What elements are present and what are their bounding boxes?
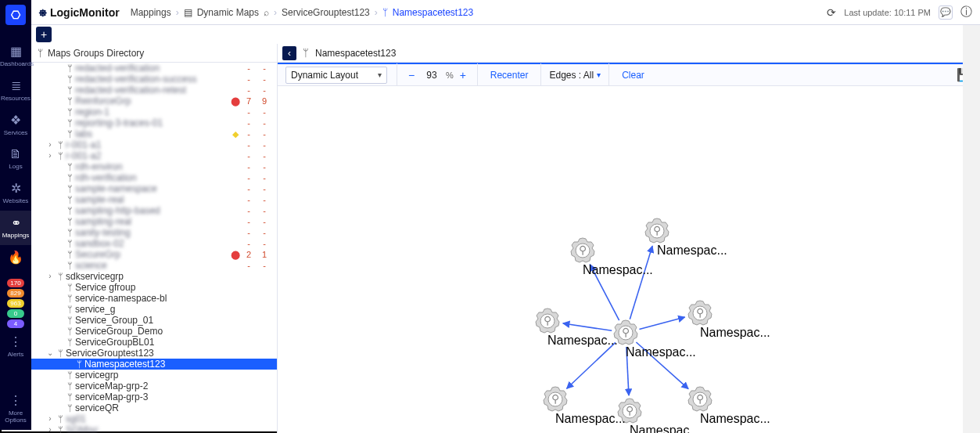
tree-row[interactable]: ᛘsample-real--	[31, 194, 277, 205]
tree-body[interactable]: ᛘredacted-verification--ᛘredacted-verifi…	[31, 63, 277, 433]
alert-badge[interactable]: 0	[7, 309, 24, 318]
topology-graph[interactable]: ⚲ Namespac...Namespac...Namespac...Names…	[278, 86, 980, 433]
tree-row[interactable]: ᛘReinforceGrp⬤79	[31, 96, 277, 106]
topology-node[interactable]: Namespac...	[688, 301, 770, 339]
tree-row[interactable]: ᛘsandbox-02--	[31, 238, 277, 249]
tree-row[interactable]: ᛘredacted-verification-success--	[31, 74, 277, 85]
brand-name[interactable]: ⎈ LogicMonitor	[39, 5, 120, 20]
hierarchy-icon: ᛘ	[55, 424, 66, 433]
crumb-group[interactable]: ServiceGrouptest123	[282, 7, 370, 18]
expand-toggle[interactable]: ›	[45, 424, 55, 433]
topology-node[interactable]: Namespac...	[614, 320, 696, 359]
topology-node[interactable]: Namespac...	[571, 238, 653, 276]
help-icon[interactable]: ⓘ	[960, 5, 972, 20]
topology-node[interactable]: Namespac...	[645, 218, 727, 257]
tree-row[interactable]: ᛘService_Group_01	[31, 315, 277, 326]
search-icon[interactable]: ⌕	[264, 7, 269, 18]
expand-toggle[interactable]: ⌄	[45, 348, 55, 359]
alert-badge[interactable]: 4	[7, 319, 24, 328]
tree-row-count1: 7	[241, 96, 257, 106]
tree-row-label: SecureGrp	[75, 249, 230, 260]
crumb-dynmaps[interactable]: Dynamic Maps	[197, 7, 259, 18]
topology-node[interactable]: Namespac...	[618, 399, 700, 433]
nav-services[interactable]: ❖Services	[0, 108, 31, 143]
tree-row[interactable]: ›ᛘSGMisc	[31, 424, 277, 433]
topology-node[interactable]: Namespac...	[688, 387, 770, 425]
alert-badge[interactable]: 170	[7, 279, 24, 287]
zoom-in-button[interactable]: +	[457, 69, 469, 81]
tree-row[interactable]: ›ᛘsg01	[31, 413, 277, 424]
zoom-out-button[interactable]: −	[405, 69, 418, 81]
tree-row-count1: -	[241, 172, 257, 183]
tree-row[interactable]: ›ᛘsdkservicegrp	[31, 271, 277, 282]
tree-row-label: servicegrp	[75, 370, 230, 381]
tree-row[interactable]: ᛘregion-1--	[31, 106, 277, 117]
topology-canvas[interactable]: ⚲ Namespac...Namespac...Namespac...Names…	[278, 86, 980, 433]
tree-row-label: sampling-http-based	[75, 205, 230, 216]
nav-websites[interactable]: ✲Websites	[0, 176, 31, 211]
tree-row[interactable]: ᛘSecureGrp⬤21	[31, 249, 277, 260]
tree-row-label: Namespacetest123	[84, 359, 230, 370]
recenter-button[interactable]: Recenter	[487, 70, 532, 81]
expand-toggle[interactable]: ›	[45, 413, 55, 424]
zoom-value: 93	[421, 70, 443, 81]
tree-row[interactable]: ᛘsample-namespace--	[31, 183, 277, 194]
refresh-icon[interactable]: ⟳	[827, 6, 836, 19]
tree-row[interactable]: ᛘserviceMap-grp-3	[31, 392, 277, 402]
tree-row[interactable]: ᛘservice_g	[31, 304, 277, 315]
nav-fire[interactable]: 🔥	[0, 245, 31, 272]
tree-row[interactable]: ᛘserviceQR	[31, 402, 277, 413]
tree-row[interactable]: ᛘsampling-real--	[31, 216, 277, 227]
hierarchy-icon: ᛘ	[64, 337, 75, 348]
tree-row[interactable]: ᛘlabs◆--	[31, 128, 277, 139]
chat-icon[interactable]: 💬	[939, 5, 953, 20]
alert-badge[interactable]: 963	[7, 299, 24, 308]
back-button[interactable]: ‹	[282, 46, 296, 60]
bell-icon: ⋮	[0, 334, 31, 349]
dynamic-maps-icon: ▤	[184, 7, 192, 18]
crumb-current[interactable]: Namespacetest123	[393, 7, 473, 18]
tree-row[interactable]: ᛘrdh-verification--	[31, 172, 277, 183]
zoom-unit: %	[446, 70, 454, 80]
crumb-root[interactable]: Mappings	[131, 7, 171, 18]
brand-logo-icon[interactable]: ⎔	[5, 5, 26, 25]
tree-row[interactable]: ᛘServiceGroupBL01	[31, 337, 277, 348]
tree-row-count1: -	[241, 205, 257, 216]
tree-row[interactable]: ›ᛘr-001-a1--	[31, 139, 277, 150]
hierarchy-icon: ᛘ	[64, 381, 75, 392]
tree-row[interactable]: ᛘNamespacetest123	[31, 359, 277, 370]
topology-node[interactable]: Namespac...	[536, 309, 618, 347]
tree-row[interactable]: ᛘsampling-http-based--	[31, 205, 277, 216]
tree-row[interactable]: ᛘredacted-verification-retest--	[31, 85, 277, 96]
page-title: Namespacetest123	[315, 48, 396, 59]
layout-select[interactable]: Dynamic Layout ▾	[285, 67, 387, 84]
tree-row[interactable]: ᛘservice-namespace-bl	[31, 293, 277, 304]
expand-toggle[interactable]: ›	[45, 271, 55, 282]
tree-row-count1: -	[241, 74, 257, 85]
tree-row[interactable]: ᛘsanity-testing--	[31, 227, 277, 238]
nav-resources[interactable]: ≣Resources	[0, 74, 31, 108]
tree-row[interactable]: ᛘservicegrp	[31, 370, 277, 381]
tree-row[interactable]: ᛘreporting-3-traces-01--	[31, 117, 277, 128]
edges-filter[interactable]: Edges : All ▾	[540, 63, 609, 87]
add-button[interactable]: +	[36, 27, 52, 42]
nav-mappings[interactable]: ⚭Mappings	[0, 211, 31, 245]
tree-row[interactable]: ᛘrdh-environ--	[31, 161, 277, 172]
nav-more[interactable]: ⋮ More Options	[0, 388, 31, 430]
topology-node[interactable]: Namespac...	[544, 387, 626, 425]
clear-button[interactable]: Clear	[619, 70, 648, 81]
alert-badge[interactable]: 829	[7, 289, 24, 298]
tree-row[interactable]: ›ᛘr-001-a2--	[31, 150, 277, 161]
tree-row[interactable]: ᛘServiceGroup_Demo	[31, 326, 277, 337]
tree-row-count2: -	[257, 172, 272, 183]
nav-logs[interactable]: 🗎Logs	[0, 143, 31, 176]
tree-row[interactable]: ᛘService gfroup	[31, 282, 277, 293]
expand-toggle[interactable]: ›	[45, 139, 55, 150]
tree-row[interactable]: ᛘserviceMap-grp-2	[31, 381, 277, 392]
nav-dashboards[interactable]: ▦Dashboards	[0, 39, 31, 74]
expand-toggle[interactable]: ›	[45, 150, 55, 161]
tree-row[interactable]: ᛘscience--	[31, 260, 277, 271]
tree-row[interactable]: ⌄ᛘServiceGrouptest123	[31, 348, 277, 359]
tree-row[interactable]: ᛘredacted-verification--	[31, 63, 277, 74]
nav-alerts[interactable]: ⋮ Alerts	[0, 330, 31, 364]
